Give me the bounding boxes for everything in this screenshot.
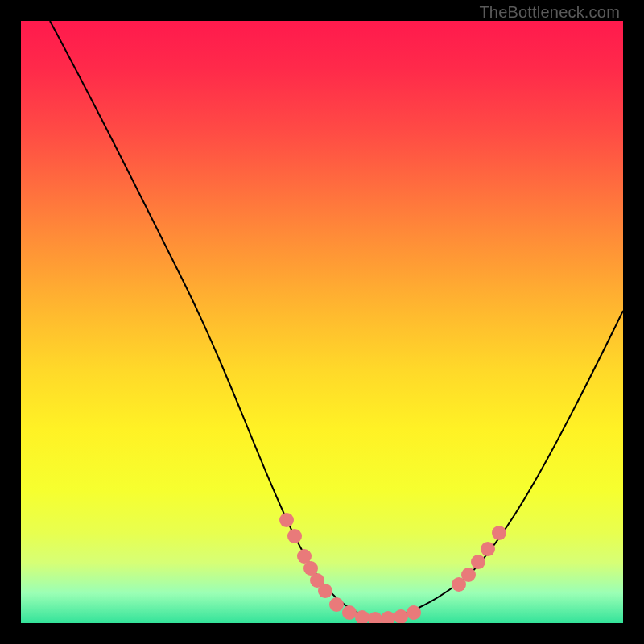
data-dot xyxy=(342,605,357,620)
data-dot xyxy=(492,526,506,540)
data-dot xyxy=(407,605,421,620)
data-dot xyxy=(481,542,495,556)
data-dot xyxy=(471,555,485,569)
watermark-text: TheBottleneck.com xyxy=(479,3,620,22)
bottleneck-curve xyxy=(21,21,623,623)
curve-right-segment xyxy=(374,311,623,619)
data-dot xyxy=(287,529,302,543)
data-dot xyxy=(329,597,344,612)
data-dot xyxy=(394,609,408,623)
dot-cluster xyxy=(279,513,506,623)
curve-left-segment xyxy=(50,21,374,619)
chart-frame: TheBottleneck.com xyxy=(0,0,644,644)
data-dot xyxy=(461,568,476,582)
data-dot xyxy=(279,513,294,527)
data-dot xyxy=(368,612,382,623)
data-dot xyxy=(381,611,395,623)
gradient-plot-area xyxy=(21,21,623,623)
data-dot xyxy=(318,584,332,598)
